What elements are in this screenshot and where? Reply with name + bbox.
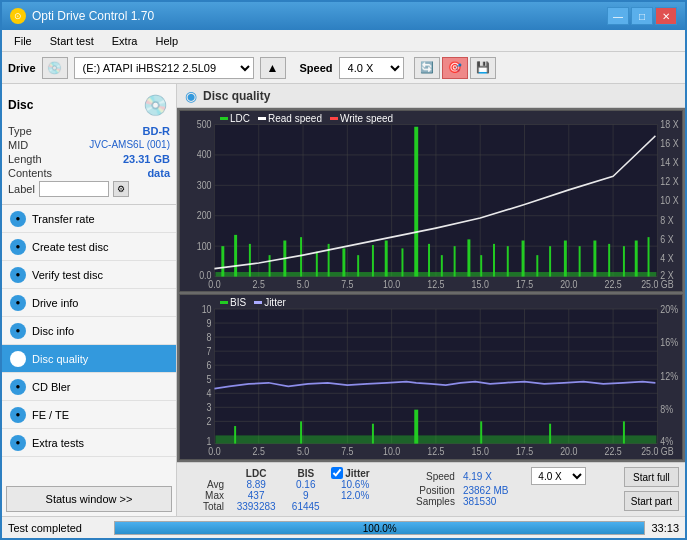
drive-info-label: Drive info xyxy=(32,297,78,309)
label-input[interactable] xyxy=(39,181,109,197)
max-bis-val: 9 xyxy=(284,490,327,501)
svg-rect-125 xyxy=(414,410,418,444)
svg-rect-52 xyxy=(328,244,330,277)
start-full-button[interactable]: Start full xyxy=(624,467,679,487)
drive-action-icon[interactable]: ▲ xyxy=(260,57,286,79)
contents-value: data xyxy=(147,167,170,179)
max-ldc-val: 437 xyxy=(228,490,284,501)
jitter-checkbox[interactable] xyxy=(331,467,343,479)
minimize-button[interactable]: — xyxy=(607,7,629,25)
status-window-button[interactable]: Status window >> xyxy=(6,486,172,512)
sidebar-item-drive-info[interactable]: ● Drive info xyxy=(2,289,176,317)
svg-rect-64 xyxy=(493,244,495,277)
menu-start-test[interactable]: Start test xyxy=(42,33,102,49)
menu-extra[interactable]: Extra xyxy=(104,33,146,49)
speed-select[interactable]: 4.0 X xyxy=(339,57,404,79)
disc-quality-label: Disc quality xyxy=(32,353,88,365)
content-area: ◉ Disc quality LDC Read speed xyxy=(177,84,685,516)
svg-text:8: 8 xyxy=(207,331,212,343)
sidebar-item-fe-te[interactable]: ● FE / TE xyxy=(2,401,176,429)
svg-rect-58 xyxy=(414,127,418,277)
bis-chart: BIS Jitter xyxy=(179,294,683,460)
bis-chart-svg: 10 9 8 7 6 5 4 3 2 1 xyxy=(180,295,682,459)
svg-rect-57 xyxy=(401,248,403,276)
bis-legend-label: BIS xyxy=(230,297,246,308)
sidebar: Disc 💿 Type BD-R MID JVC-AMS6L (001) Len… xyxy=(2,84,177,516)
write-speed-legend-dot xyxy=(330,117,338,120)
sidebar-item-create-test-disc[interactable]: ● Create test disc xyxy=(2,233,176,261)
max-jitter-val: 12.0% xyxy=(327,490,383,501)
ldc-legend-label: LDC xyxy=(230,113,250,124)
ldc-legend: LDC Read speed Write speed xyxy=(220,113,393,124)
svg-rect-69 xyxy=(564,241,567,277)
svg-rect-127 xyxy=(300,422,302,444)
status-bar: Test completed 100.0% 33:13 xyxy=(2,516,685,538)
drive-label: Drive xyxy=(8,62,36,74)
speed-label: Speed xyxy=(300,62,333,74)
drive-bar: Drive 💿 (E:) ATAPI iHBS212 2.5L09 ▲ Spee… xyxy=(2,52,685,84)
sidebar-item-disc-quality[interactable]: ● Disc quality xyxy=(2,345,176,373)
menu-help[interactable]: Help xyxy=(147,33,186,49)
sidebar-item-cd-bler[interactable]: ● CD Bler xyxy=(2,373,176,401)
svg-text:9: 9 xyxy=(207,317,212,329)
svg-text:10.0: 10.0 xyxy=(383,278,400,290)
charts-area: LDC Read speed Write speed xyxy=(177,108,685,462)
speed-icon-1[interactable]: 🔄 xyxy=(414,57,440,79)
label-label: Label xyxy=(8,183,35,195)
create-test-disc-icon: ● xyxy=(10,239,26,255)
maximize-button[interactable]: □ xyxy=(631,7,653,25)
stats-speed-select[interactable]: 4.0 X xyxy=(531,467,586,485)
start-part-button[interactable]: Start part xyxy=(624,491,679,511)
speed-stat-val: 4.19 X xyxy=(459,467,527,485)
disc-quality-header-icon: ◉ xyxy=(185,88,197,104)
type-label: Type xyxy=(8,125,32,137)
close-button[interactable]: ✕ xyxy=(655,7,677,25)
svg-rect-60 xyxy=(441,255,443,276)
speed-icon-3[interactable]: 💾 xyxy=(470,57,496,79)
svg-rect-131 xyxy=(623,422,625,444)
length-value: 23.31 GB xyxy=(123,153,170,165)
svg-text:300: 300 xyxy=(197,179,212,191)
svg-rect-44 xyxy=(215,272,656,277)
disc-quality-title: Disc quality xyxy=(203,89,270,103)
svg-rect-62 xyxy=(467,239,470,276)
jitter-legend-label: Jitter xyxy=(264,297,286,308)
time-text: 33:13 xyxy=(651,522,679,534)
svg-text:18 X: 18 X xyxy=(660,118,679,130)
svg-text:16%: 16% xyxy=(660,337,678,349)
extra-tests-label: Extra tests xyxy=(32,437,84,449)
svg-text:7: 7 xyxy=(207,345,212,357)
svg-rect-46 xyxy=(234,235,237,277)
svg-text:20.0: 20.0 xyxy=(560,446,578,458)
stats-table: LDC BIS Jitter Avg 8.89 0.16 10.6% xyxy=(183,467,383,512)
svg-text:25.0 GB: 25.0 GB xyxy=(641,278,673,290)
total-bis-val: 61445 xyxy=(284,501,327,512)
fe-te-label: FE / TE xyxy=(32,409,69,421)
sidebar-item-verify-test-disc[interactable]: ● Verify test disc xyxy=(2,261,176,289)
svg-text:3: 3 xyxy=(207,401,212,413)
drive-disc-icon[interactable]: 💿 xyxy=(42,57,68,79)
disc-info-icon: ● xyxy=(10,323,26,339)
svg-text:5.0: 5.0 xyxy=(297,278,309,290)
ldc-chart-svg: 500 400 300 200 100 0.0 18 X 16 X 14 X xyxy=(180,111,682,291)
mid-value: JVC-AMS6L (001) xyxy=(89,139,170,151)
svg-text:20%: 20% xyxy=(660,303,678,315)
speed-icon-2[interactable]: 🎯 xyxy=(442,57,468,79)
drive-select[interactable]: (E:) ATAPI iHBS212 2.5L09 xyxy=(74,57,254,79)
svg-rect-50 xyxy=(300,237,302,276)
svg-rect-68 xyxy=(549,246,551,276)
sidebar-item-disc-info[interactable]: ● Disc info xyxy=(2,317,176,345)
start-buttons: Start full Start part xyxy=(624,467,679,511)
stats-bar: LDC BIS Jitter Avg 8.89 0.16 10.6% xyxy=(177,462,685,516)
svg-text:500: 500 xyxy=(197,118,212,130)
menu-file[interactable]: File xyxy=(6,33,40,49)
verify-test-disc-icon: ● xyxy=(10,267,26,283)
svg-text:15.0: 15.0 xyxy=(472,446,490,458)
sidebar-item-extra-tests[interactable]: ● Extra tests xyxy=(2,429,176,457)
sidebar-item-transfer-rate[interactable]: ● Transfer rate xyxy=(2,205,176,233)
svg-text:6 X: 6 X xyxy=(660,233,674,245)
svg-text:8%: 8% xyxy=(660,404,673,416)
svg-rect-47 xyxy=(249,244,251,277)
label-icon-btn[interactable]: ⚙ xyxy=(113,181,129,197)
svg-rect-67 xyxy=(536,255,538,276)
